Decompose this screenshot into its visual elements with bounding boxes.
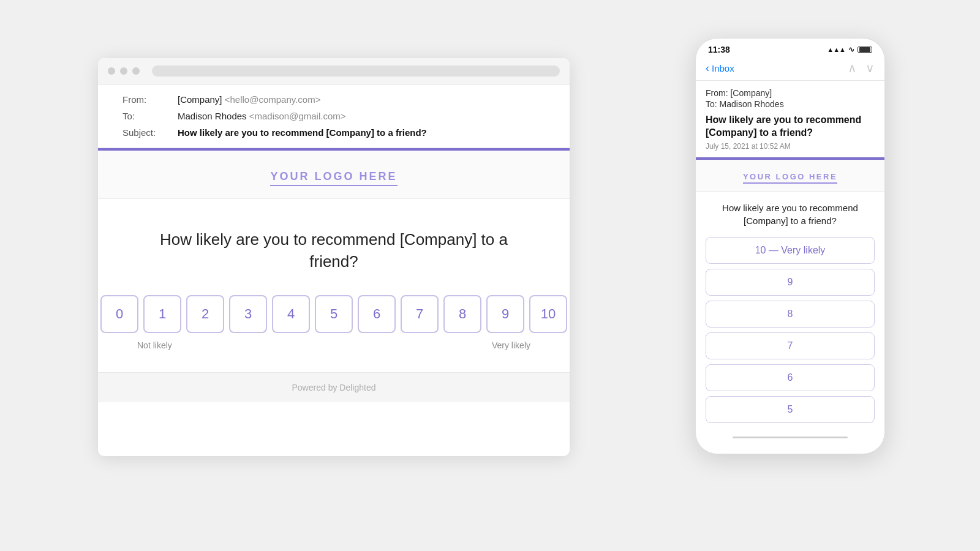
mobile-email-mockup: 11:38 ▲▲▲ ∿ ‹ Inbox ∧ ∨ From: [Company] … (695, 38, 885, 454)
email-footer: Powered by Delighted (98, 372, 570, 402)
wifi-icon: ∿ (848, 45, 854, 54)
mobile-nps-10[interactable]: 10 — Very likely (706, 237, 875, 264)
mobile-nps-5[interactable]: 5 (706, 396, 875, 423)
browser-bar (98, 58, 570, 84)
mobile-from: From: [Company] (706, 88, 875, 98)
to-label: To: (123, 111, 165, 121)
from-value: [Company] <hello@company.com> (178, 94, 320, 105)
label-very-likely: Very likely (492, 340, 530, 350)
nps-score-7[interactable]: 7 (401, 295, 439, 333)
subject-value: How likely are you to recommend [Company… (178, 127, 427, 138)
mobile-status-bar: 11:38 ▲▲▲ ∿ (696, 39, 884, 58)
browser-dot-red (108, 67, 115, 75)
nps-score-3[interactable]: 3 (229, 295, 267, 333)
mobile-scroll-indicator (733, 437, 848, 438)
browser-dot-green (132, 67, 140, 75)
nps-score-8[interactable]: 8 (443, 295, 481, 333)
mobile-nps-8[interactable]: 8 (706, 301, 875, 328)
subject-label: Subject: (123, 127, 165, 138)
nps-score-5[interactable]: 5 (315, 295, 353, 333)
back-label: Inbox (712, 63, 734, 73)
desktop-logo-section: YOUR LOGO HERE (98, 151, 570, 199)
mobile-nps-question: How likely are you to recommend [Company… (706, 201, 875, 227)
nps-score-2[interactable]: 2 (186, 295, 224, 333)
powered-by: Powered by Delighted (292, 383, 376, 392)
signal-icon: ▲▲▲ (827, 46, 845, 53)
nps-score-9[interactable]: 9 (486, 295, 524, 333)
desktop-email-mockup: From: [Company] <hello@company.com> To: … (98, 58, 570, 456)
nps-score-4[interactable]: 4 (272, 295, 310, 333)
nav-up-icon[interactable]: ∧ (848, 61, 857, 75)
email-header: From: [Company] <hello@company.com> To: … (98, 84, 570, 148)
to-name: Madison Rhodes (178, 111, 247, 121)
desktop-logo: YOUR LOGO HERE (270, 170, 397, 186)
email-to-row: To: Madison Rhodes <madison@gmail.com> (123, 111, 545, 121)
nps-question: How likely are you to recommend [Company… (135, 228, 533, 273)
nav-down-icon[interactable]: ∨ (865, 61, 875, 75)
mobile-subject: How likely are you to recommend [Company… (706, 114, 875, 140)
email-body: How likely are you to recommend [Company… (98, 199, 570, 372)
mobile-nps-6[interactable]: 6 (706, 364, 875, 391)
from-label: From: (123, 94, 165, 105)
to-value: Madison Rhodes <madison@gmail.com> (178, 111, 346, 121)
from-company: [Company] (178, 94, 222, 105)
nps-score-0[interactable]: 0 (100, 295, 138, 333)
nps-score-1[interactable]: 1 (143, 295, 181, 333)
from-email: <hello@company.com> (225, 94, 321, 105)
label-not-likely: Not likely (137, 340, 172, 350)
back-chevron-icon: ‹ (706, 62, 709, 75)
mobile-logo: YOUR LOGO HERE (743, 172, 837, 184)
browser-address-bar (152, 66, 560, 77)
mobile-body: How likely are you to recommend [Company… (696, 192, 884, 433)
browser-dot-yellow (120, 67, 127, 75)
mobile-logo-section: YOUR LOGO HERE (696, 160, 884, 192)
mobile-status-icons: ▲▲▲ ∿ (827, 45, 872, 54)
mobile-to: To: Madison Rhodes (706, 99, 875, 109)
mobile-nps-list: 10 — Very likely 9 8 7 6 5 (706, 237, 875, 423)
nps-scale: 0 1 2 3 4 5 6 7 8 9 10 (135, 295, 533, 333)
email-from-row: From: [Company] <hello@company.com> (123, 94, 545, 105)
mobile-time: 11:38 (708, 45, 730, 54)
battery-icon (858, 47, 872, 53)
to-email: <madison@gmail.com> (249, 111, 346, 121)
nps-score-6[interactable]: 6 (358, 295, 396, 333)
nps-score-10[interactable]: 10 (529, 295, 567, 333)
mobile-nps-9[interactable]: 9 (706, 269, 875, 296)
mobile-nav-arrows: ∧ ∨ (848, 61, 875, 75)
mobile-nps-7[interactable]: 7 (706, 332, 875, 359)
nps-labels: Not likely Very likely (135, 333, 533, 350)
mobile-back-button[interactable]: ‹ Inbox (706, 62, 734, 75)
mobile-nav-bar: ‹ Inbox ∧ ∨ (696, 58, 884, 81)
mobile-email-header: From: [Company] To: Madison Rhodes How l… (696, 81, 884, 157)
mobile-date: July 15, 2021 at 10:52 AM (706, 142, 875, 151)
email-subject-row: Subject: How likely are you to recommend… (123, 127, 545, 138)
